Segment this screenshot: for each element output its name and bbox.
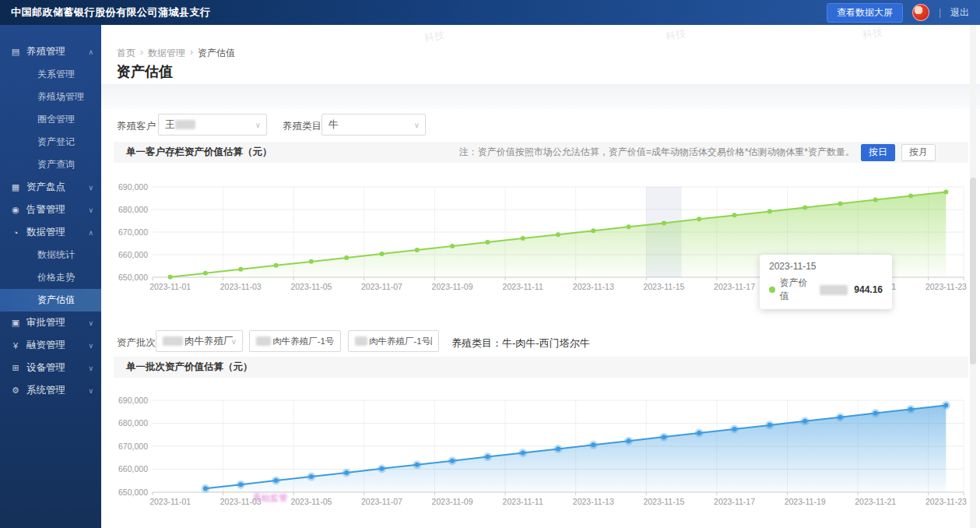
batch-asset-chart[interactable]: 650,000660,000670,000680,000690,0002023-… bbox=[117, 391, 970, 519]
svg-text:660,000: 660,000 bbox=[118, 250, 148, 259]
sidebar-item-data-management[interactable]: ◔数据管理∧ bbox=[0, 221, 101, 244]
by-month-button[interactable]: 按月 bbox=[901, 144, 936, 161]
customer-filter-label: 养殖客户 bbox=[117, 120, 156, 133]
chevron-down-icon: ∨ bbox=[88, 184, 93, 192]
sidebar-subitem[interactable]: 养殖场管理 bbox=[0, 86, 101, 108]
breadcrumb-item[interactable]: 首页 bbox=[117, 47, 135, 60]
svg-text:2023-11-05: 2023-11-05 bbox=[290, 497, 332, 506]
svg-text:690,000: 690,000 bbox=[118, 182, 148, 192]
sidebar-subitem[interactable]: 数据统计 bbox=[0, 244, 101, 266]
sidebar-subitem[interactable]: 资产登记 bbox=[0, 131, 101, 153]
category-select[interactable]: 牛 ∨ bbox=[321, 114, 426, 136]
customer-select[interactable]: 王 ∨ bbox=[158, 114, 267, 136]
sidebar-item-financing-management[interactable]: ¥融资管理∨ bbox=[0, 334, 101, 357]
svg-text:2023-11-23: 2023-11-23 bbox=[926, 497, 967, 506]
view-dashboard-button[interactable]: 查看数据大屏 bbox=[827, 3, 903, 23]
sidebar-item-asset-inventory[interactable]: ▦资产盘点∨ bbox=[0, 176, 101, 199]
redacted-batch-prefix bbox=[355, 336, 367, 346]
chevron-down-icon: ∨ bbox=[414, 121, 420, 129]
customer-chart-title: 单一客户存栏资产价值估算（元） bbox=[114, 146, 272, 159]
chevron-down-icon: ∨ bbox=[255, 121, 261, 129]
svg-text:2023-11-01: 2023-11-01 bbox=[149, 282, 191, 291]
device-management-icon: ⊞ bbox=[10, 363, 21, 373]
breadcrumb-separator: › bbox=[190, 47, 193, 60]
svg-text:2023-11-13: 2023-11-13 bbox=[573, 282, 614, 291]
chevron-down-icon: ∨ bbox=[231, 337, 237, 346]
chevron-down-icon: ∨ bbox=[88, 364, 93, 372]
bank-title: 中国邮政储蓄银行股份有限公司蒲城县支行 bbox=[0, 5, 211, 19]
svg-text:2023-11-09: 2023-11-09 bbox=[432, 497, 473, 506]
batch-select-farm[interactable]: 肉牛养殖厂 ∨ bbox=[156, 330, 243, 352]
svg-text:2023-11-17: 2023-11-17 bbox=[714, 497, 755, 506]
svg-text:2023-11-21: 2023-11-21 bbox=[855, 497, 896, 506]
sidebar-item-alert-management[interactable]: ◉告警管理∨ bbox=[0, 199, 101, 221]
svg-text:660,000: 660,000 bbox=[118, 464, 148, 473]
sidebar-item-label: 系统管理 bbox=[26, 384, 65, 397]
start-supervision-annotation: 开始监管 bbox=[253, 492, 287, 504]
asset-inventory-icon: ▦ bbox=[10, 182, 21, 192]
chevron-down-icon: ∨ bbox=[88, 342, 93, 350]
user-avatar[interactable] bbox=[912, 4, 929, 21]
batch-chart-header: 单一批次资产价值估算（元） bbox=[114, 357, 968, 378]
batch-select-pen-value: 肉牛养殖厂-1号圈 bbox=[272, 336, 334, 347]
sidebar-item-device-management[interactable]: ⊞设备管理∨ bbox=[0, 357, 101, 379]
breadcrumb-item[interactable]: 数据管理 bbox=[148, 47, 185, 60]
customer-select-value: 王 bbox=[165, 118, 175, 132]
sidebar-subitem[interactable]: 关系管理 bbox=[0, 63, 101, 86]
sidebar-subitem[interactable]: 资产查询 bbox=[0, 153, 101, 176]
svg-text:680,000: 680,000 bbox=[118, 205, 148, 214]
redacted-pen-prefix bbox=[256, 336, 271, 346]
svg-text:690,000: 690,000 bbox=[118, 396, 148, 405]
tooltip-value: 944.16 bbox=[854, 284, 883, 295]
main-content: 首页›数据管理›资产估值 资产估值 养殖客户 王 ∨ 养殖类目 牛 ∨ 单一客户… bbox=[101, 25, 980, 528]
sidebar-item-label: 资产盘点 bbox=[26, 181, 65, 194]
svg-text:670,000: 670,000 bbox=[118, 442, 148, 451]
header-divider: | bbox=[939, 7, 941, 18]
svg-text:2023-11-07: 2023-11-07 bbox=[361, 282, 402, 291]
batch-select-batch[interactable]: 肉牛养殖厂-1号圈第 ∨ bbox=[348, 330, 439, 352]
customer-chart-header: 单一客户存栏资产价值估算（元） 注：资产价值按照市场公允法估算，资产价值=成年动… bbox=[114, 142, 968, 163]
sidebar-item-system-management[interactable]: ⚙系统管理∨ bbox=[0, 379, 101, 402]
sidebar-subitem[interactable]: 资产估值 bbox=[0, 289, 101, 312]
breeding-management-icon: ▤ bbox=[10, 47, 21, 57]
svg-text:650,000: 650,000 bbox=[118, 273, 148, 282]
system-management-icon: ⚙ bbox=[10, 385, 21, 396]
svg-text:2023-11-05: 2023-11-05 bbox=[290, 282, 332, 291]
sidebar-nav: ▤养殖管理∧关系管理养殖场管理圈舍管理资产登记资产查询▦资产盘点∨◉告警管理∨◔… bbox=[0, 25, 101, 528]
sidebar-item-approval-management[interactable]: ▣审批管理∨ bbox=[0, 312, 101, 334]
svg-text:2023-11-01: 2023-11-01 bbox=[149, 497, 191, 506]
chevron-up-icon: ∧ bbox=[88, 48, 93, 56]
svg-text:2023-11-15: 2023-11-15 bbox=[643, 497, 684, 506]
page-title: 资产估值 bbox=[117, 62, 173, 81]
sidebar-item-breeding-management[interactable]: ▤养殖管理∧ bbox=[0, 40, 101, 63]
breadcrumb: 首页›数据管理›资产估值 bbox=[117, 47, 235, 60]
breadcrumb-separator: › bbox=[140, 47, 143, 60]
financing-management-icon: ¥ bbox=[10, 341, 21, 350]
by-day-button[interactable]: 按日 bbox=[861, 144, 895, 161]
batch-filter-label: 资产批次 bbox=[117, 336, 156, 350]
category-filter-label: 养殖类目 bbox=[283, 120, 321, 133]
category-select-value: 牛 bbox=[328, 118, 339, 132]
header-actions: 查看数据大屏 | 退出 bbox=[827, 3, 980, 23]
chevron-down-icon: ∨ bbox=[329, 337, 335, 346]
batch-category-text: 养殖类目：牛-肉牛-西门塔尔牛 bbox=[451, 336, 590, 350]
chevron-down-icon: ∨ bbox=[88, 387, 93, 395]
tooltip-date: 2023-11-15 bbox=[769, 261, 883, 272]
sidebar-item-label: 数据管理 bbox=[26, 226, 65, 239]
batch-select-farm-value: 肉牛养殖厂 bbox=[184, 335, 234, 348]
svg-text:2023-11-19: 2023-11-19 bbox=[785, 497, 826, 506]
batch-select-pen[interactable]: 肉牛养殖厂-1号圈 ∨ bbox=[249, 330, 341, 352]
redacted-value-prefix bbox=[820, 285, 848, 295]
sidebar-item-label: 设备管理 bbox=[26, 361, 65, 375]
sidebar-subitem[interactable]: 圈舍管理 bbox=[0, 108, 101, 131]
svg-text:2023-11-11: 2023-11-11 bbox=[503, 282, 543, 291]
scrollbar-thumb[interactable] bbox=[970, 178, 976, 364]
logout-link[interactable]: 退出 bbox=[950, 6, 969, 19]
batch-asset-chart-svg[interactable]: 650,000660,000670,000680,000690,0002023-… bbox=[117, 391, 970, 516]
data-management-icon: ◔ bbox=[10, 228, 21, 238]
valuation-note: 注：资产价值按照市场公允法估算，资产价值=成年动物活体交易价格*估测动物体重*资… bbox=[459, 146, 855, 159]
sidebar-subitem[interactable]: 价格走势 bbox=[0, 266, 101, 289]
chart-tooltip: 2023-11-15 资产价值 944.16 bbox=[760, 255, 892, 309]
svg-text:650,000: 650,000 bbox=[118, 488, 148, 497]
svg-text:2023-11-15: 2023-11-15 bbox=[643, 282, 684, 291]
